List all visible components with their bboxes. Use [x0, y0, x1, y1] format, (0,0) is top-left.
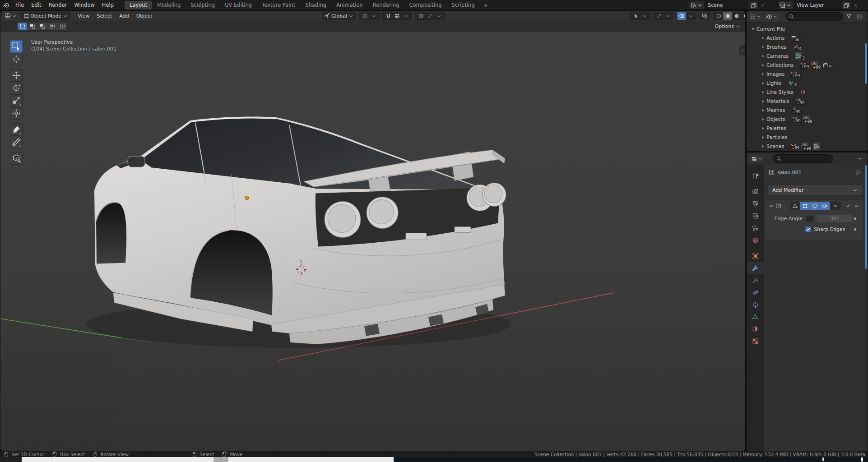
- outliner-filter-options-button[interactable]: [856, 14, 862, 19]
- outliner-row-line-styles[interactable]: Line Styles: [747, 88, 868, 97]
- properties-tab-output[interactable]: [747, 198, 764, 209]
- viewport-menu-view[interactable]: View: [74, 11, 93, 21]
- add-workspace-button[interactable]: +: [480, 2, 492, 9]
- menu-render[interactable]: Render: [45, 0, 71, 10]
- outliner-row-palettes[interactable]: Palettes: [747, 124, 868, 133]
- view-layer-name[interactable]: View Layer: [793, 1, 842, 9]
- outliner-search-input[interactable]: [785, 12, 843, 21]
- properties-tab-scene[interactable]: [747, 222, 764, 234]
- tool-cursor-button[interactable]: [10, 53, 23, 65]
- on-cage-toggle[interactable]: [790, 202, 800, 210]
- animate-dot-icon[interactable]: [854, 228, 856, 231]
- viewport-canvas[interactable]: User Perspective (104) Scene Collection …: [0, 32, 745, 451]
- outliner-row-actions[interactable]: Actions 56: [747, 33, 868, 42]
- tri-right-icon[interactable]: [759, 117, 766, 122]
- workspace-tab-sculpting[interactable]: Sculpting: [186, 1, 220, 9]
- viewport-menu-add[interactable]: Add: [116, 11, 132, 21]
- shading-rendered-icon[interactable]: [741, 12, 745, 20]
- modifier-extras-dropdown[interactable]: [830, 202, 841, 210]
- workspace-tab-layout[interactable]: Layout: [125, 1, 152, 9]
- outliner-row-images[interactable]: Images +99: [747, 69, 868, 79]
- tri-right-icon[interactable]: [759, 90, 766, 95]
- tool-select-box-button[interactable]: [10, 40, 23, 53]
- workspace-tab-texture-paint[interactable]: Texture Paint: [257, 1, 300, 9]
- viewport-menu-object[interactable]: Object: [133, 11, 156, 21]
- properties-tab-tool[interactable]: [747, 170, 764, 181]
- properties-tab-view-layer[interactable]: [747, 210, 764, 222]
- tri-right-icon[interactable]: [759, 54, 766, 59]
- outliner-row-materials[interactable]: Materials +99: [747, 97, 868, 106]
- outliner-filter-button[interactable]: [846, 14, 852, 20]
- xray-toggle[interactable]: [699, 12, 710, 20]
- realtime-toggle[interactable]: [810, 202, 820, 210]
- properties-search-input[interactable]: [773, 154, 833, 163]
- editor-type-button[interactable]: [3, 12, 19, 20]
- properties-tab-constraints[interactable]: [747, 299, 764, 310]
- workspace-tab-uv-editing[interactable]: UV Editing: [220, 1, 257, 9]
- outliner-row-meshes[interactable]: Meshes +99: [747, 106, 868, 115]
- workspace-tab-modeling[interactable]: Modeling: [152, 1, 186, 9]
- breadcrumb-object-name[interactable]: salon.001: [777, 170, 802, 176]
- outliner-row-lights[interactable]: Lights 8: [747, 79, 868, 88]
- properties-tab-texture[interactable]: [747, 335, 764, 347]
- overlays-dropdown[interactable]: [676, 12, 696, 20]
- tri-right-icon[interactable]: [759, 72, 766, 77]
- workspace-tab-rendering[interactable]: Rendering: [368, 1, 404, 9]
- properties-tab-object[interactable]: [747, 250, 764, 262]
- properties-tab-modifiers[interactable]: [747, 262, 764, 274]
- render-toggle[interactable]: [820, 202, 830, 210]
- workspace-tab-shading[interactable]: Shading: [300, 1, 331, 9]
- outliner-row-objects[interactable]: Objects +99+99: [747, 115, 868, 124]
- outliner-row-scenes[interactable]: Scenes +99+99: [747, 142, 868, 151]
- modifier-drag-handle[interactable]: [854, 203, 860, 209]
- tri-down-icon[interactable]: [749, 27, 757, 32]
- falloff-curve-icon[interactable]: [425, 12, 434, 20]
- chevron-down-icon[interactable]: [434, 12, 443, 20]
- sidebar-collapse-button[interactable]: ‹: [739, 45, 745, 55]
- workspace-tab-scripting[interactable]: Scripting: [447, 1, 480, 9]
- properties-tab-particles[interactable]: [747, 274, 764, 286]
- outliner-row-collections[interactable]: Collections +99+9919: [747, 60, 868, 69]
- selectability-visibility-dropdown[interactable]: [630, 12, 650, 20]
- tri-right-icon[interactable]: [759, 81, 766, 86]
- properties-tab-world[interactable]: [747, 234, 764, 246]
- sharp-edges-checkbox[interactable]: [805, 226, 811, 232]
- edge-angle-value-field[interactable]: 30°: [816, 215, 853, 222]
- tri-right-icon[interactable]: [759, 108, 766, 113]
- tri-right-icon[interactable]: [759, 144, 766, 149]
- properties-editor-type-button[interactable]: [750, 154, 764, 163]
- tri-right-icon[interactable]: [759, 135, 766, 140]
- proportional-editing-icon[interactable]: [416, 12, 425, 20]
- properties-tab-physics[interactable]: [747, 286, 764, 298]
- tool-measure-button[interactable]: [10, 136, 23, 148]
- blender-logo-icon[interactable]: [0, 2, 12, 9]
- mode-dropdown[interactable]: Object Mode: [21, 12, 70, 20]
- tri-right-icon[interactable]: [759, 36, 766, 41]
- animate-dot-icon[interactable]: [854, 217, 856, 220]
- menu-edit[interactable]: Edit: [28, 0, 45, 10]
- modifier-delete-button[interactable]: [845, 203, 851, 208]
- panel-expand-icon[interactable]: [768, 203, 774, 209]
- outliner-display-mode-dropdown[interactable]: [765, 12, 779, 21]
- edge-angle-checkbox[interactable]: [807, 216, 813, 222]
- select-mode-intersect-button[interactable]: [57, 23, 67, 30]
- outliner-editor-type-button[interactable]: [748, 12, 762, 21]
- workspace-tab-compositing[interactable]: Compositing: [404, 1, 446, 9]
- chevron-down-icon[interactable]: [402, 12, 411, 20]
- outliner-row-cameras[interactable]: Cameras 3: [747, 51, 868, 60]
- tri-right-icon[interactable]: [759, 45, 766, 50]
- edit-mode-toggle[interactable]: [800, 202, 810, 210]
- tool-annotate-button[interactable]: [10, 123, 23, 136]
- new-scene-button[interactable]: [749, 1, 759, 9]
- viewport-menu-select[interactable]: Select: [93, 11, 116, 21]
- outliner-row-brushes[interactable]: Brushes 74: [747, 42, 868, 51]
- menu-file[interactable]: File: [12, 0, 28, 10]
- pivot-point-dropdown[interactable]: [359, 12, 380, 20]
- select-mode-set-button[interactable]: [18, 23, 27, 30]
- remove-view-layer-button[interactable]: [851, 1, 859, 9]
- workspace-tab-animation[interactable]: Animation: [331, 1, 368, 9]
- new-view-layer-button[interactable]: [842, 1, 851, 9]
- menu-window[interactable]: Window: [70, 0, 98, 10]
- pin-icon[interactable]: [855, 170, 861, 176]
- select-mode-subtract-button[interactable]: [37, 23, 47, 30]
